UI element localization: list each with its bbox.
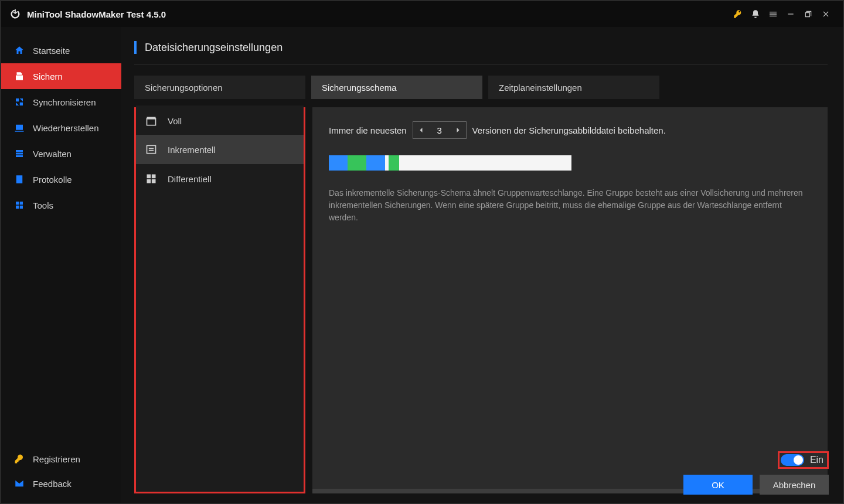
scheme-item-label: Voll bbox=[168, 116, 182, 126]
scheme-detail-pane: Immer die neuesten 3 Versionen der Siche… bbox=[312, 107, 828, 493]
viz-incremental-segment bbox=[357, 155, 366, 171]
maximize-icon[interactable] bbox=[799, 5, 817, 23]
key-icon bbox=[14, 454, 25, 464]
stepper-increase[interactable] bbox=[450, 122, 466, 138]
svg-rect-8 bbox=[147, 179, 151, 183]
ok-button[interactable]: OK bbox=[683, 475, 753, 495]
svg-rect-5 bbox=[149, 150, 154, 151]
svg-rect-4 bbox=[149, 148, 154, 149]
viz-full-segment bbox=[329, 155, 348, 171]
viz-remaining bbox=[399, 155, 571, 171]
svg-rect-1 bbox=[147, 118, 156, 125]
app-title: MiniTool ShadowMaker Test 4.5.0 bbox=[27, 9, 166, 19]
sidebar-item-label: Registrieren bbox=[33, 454, 80, 464]
tab-schedule-settings[interactable]: Zeitplaneinstellungen bbox=[488, 76, 659, 99]
incremental-backup-icon bbox=[145, 144, 157, 155]
sidebar-item-manage[interactable]: Verwalten bbox=[1, 141, 121, 166]
viz-full-segment bbox=[366, 155, 385, 171]
page-title: Dateisicherungseinstellungen bbox=[145, 42, 283, 54]
tools-icon bbox=[14, 200, 25, 210]
scheme-item-label: Differentiell bbox=[168, 174, 212, 184]
viz-incremental-segment bbox=[389, 155, 399, 171]
backup-icon bbox=[14, 71, 25, 81]
logs-icon bbox=[14, 174, 25, 185]
close-icon[interactable] bbox=[817, 5, 835, 23]
sidebar-item-label: Feedback bbox=[33, 479, 72, 489]
divider bbox=[134, 64, 828, 65]
sidebar-item-label: Startseite bbox=[33, 46, 70, 56]
header-accent-bar bbox=[134, 41, 137, 54]
mail-icon bbox=[14, 478, 25, 489]
scheme-item-label: Inkrementell bbox=[168, 145, 216, 155]
full-backup-icon bbox=[145, 115, 157, 127]
viz-incremental-segment bbox=[348, 155, 357, 171]
version-count-stepper[interactable]: 3 bbox=[413, 121, 467, 139]
sidebar-item-label: Sichern bbox=[33, 71, 63, 81]
differential-backup-icon bbox=[145, 173, 157, 185]
keep-prefix-text: Immer die neuesten bbox=[329, 125, 407, 135]
app-logo-icon bbox=[9, 8, 21, 20]
home-icon bbox=[14, 45, 25, 56]
scheme-enable-toggle-wrap: Ein bbox=[778, 451, 829, 469]
license-key-icon[interactable] bbox=[729, 5, 747, 23]
content-area: Dateisicherungseinstellungen Sicherungso… bbox=[121, 27, 843, 503]
sidebar-item-label: Synchronisieren bbox=[33, 97, 96, 107]
toggle-label: Ein bbox=[810, 455, 823, 465]
sidebar-item-label: Protokolle bbox=[33, 175, 72, 185]
sidebar: Startseite Sichern Synchronisieren Wiede… bbox=[1, 27, 121, 503]
sidebar-item-register[interactable]: Registrieren bbox=[1, 447, 121, 471]
menu-icon[interactable] bbox=[764, 5, 782, 23]
minimize-icon[interactable] bbox=[782, 5, 799, 23]
sidebar-item-restore[interactable]: Wiederherstellen bbox=[1, 115, 121, 141]
sync-icon bbox=[14, 97, 25, 107]
toggle-knob bbox=[794, 455, 803, 465]
page-header: Dateisicherungseinstellungen bbox=[134, 41, 828, 54]
notifications-icon[interactable] bbox=[747, 5, 764, 23]
svg-rect-6 bbox=[147, 175, 151, 179]
restore-icon bbox=[14, 122, 25, 133]
manage-icon bbox=[14, 148, 25, 159]
sidebar-item-home[interactable]: Startseite bbox=[1, 38, 121, 63]
scheme-description: Das inkrementelle Sicherungs-Schema ähne… bbox=[329, 187, 809, 224]
tab-backup-scheme[interactable]: Sicherungsschema bbox=[311, 76, 482, 99]
sidebar-item-feedback[interactable]: Feedback bbox=[1, 471, 121, 496]
sidebar-item-label: Verwalten bbox=[33, 149, 72, 159]
tab-backup-options[interactable]: Sicherungsoptionen bbox=[134, 76, 305, 99]
cancel-button[interactable]: Abbrechen bbox=[760, 475, 829, 495]
settings-tabs: Sicherungsoptionen Sicherungsschema Zeit… bbox=[134, 76, 828, 99]
scheme-list: Voll Inkrementell Differentiell bbox=[134, 107, 305, 493]
titlebar: MiniTool ShadowMaker Test 4.5.0 bbox=[1, 1, 843, 27]
svg-rect-7 bbox=[152, 175, 156, 179]
sidebar-item-logs[interactable]: Protokolle bbox=[1, 166, 121, 192]
scheme-visualization bbox=[329, 155, 571, 171]
svg-rect-2 bbox=[147, 117, 156, 119]
sidebar-item-backup[interactable]: Sichern bbox=[1, 63, 121, 89]
scheme-item-incremental[interactable]: Inkrementell bbox=[136, 135, 304, 164]
keep-versions-row: Immer die neuesten 3 Versionen der Siche… bbox=[329, 121, 811, 139]
svg-rect-0 bbox=[788, 13, 793, 14]
sidebar-item-tools[interactable]: Tools bbox=[1, 192, 121, 218]
stepper-value: 3 bbox=[430, 125, 450, 135]
sidebar-item-sync[interactable]: Synchronisieren bbox=[1, 89, 121, 115]
scheme-item-full[interactable]: Voll bbox=[136, 105, 304, 135]
stepper-decrease[interactable] bbox=[413, 122, 430, 138]
scheme-item-differential[interactable]: Differentiell bbox=[136, 164, 304, 193]
keep-suffix-text: Versionen der Sicherungsabbilddatei beib… bbox=[472, 125, 666, 135]
sidebar-item-label: Wiederherstellen bbox=[33, 123, 99, 133]
svg-rect-3 bbox=[147, 145, 156, 153]
sidebar-item-label: Tools bbox=[33, 200, 53, 210]
scheme-enable-toggle[interactable] bbox=[781, 454, 804, 466]
footer-controls: Ein OK Abbrechen bbox=[683, 451, 829, 495]
svg-rect-9 bbox=[152, 179, 156, 183]
